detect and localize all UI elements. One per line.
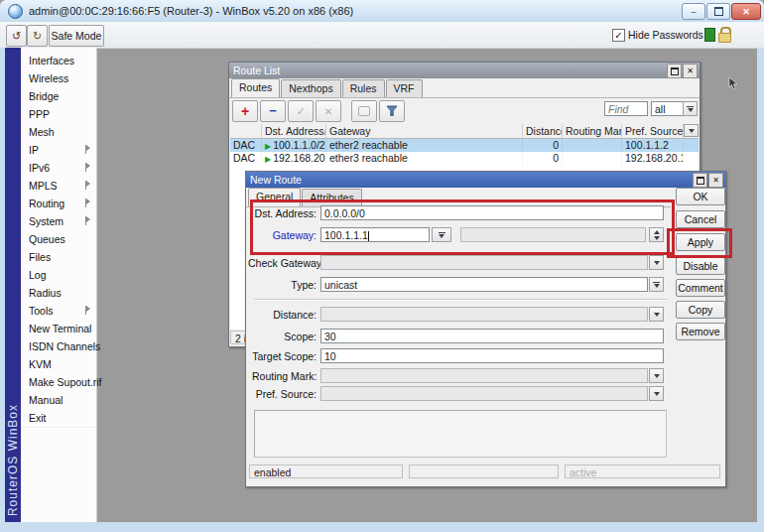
new-route-restore-button[interactable] xyxy=(693,173,707,188)
dropdown-icon xyxy=(654,261,660,265)
disable-route-button[interactable]: ✕ xyxy=(316,100,341,122)
restore-icon xyxy=(697,177,704,185)
sidebar-item-routing[interactable]: Routing xyxy=(21,195,96,213)
column-dst-address[interactable]: Dst. Address/ xyxy=(262,124,326,138)
table-row[interactable]: DAC ▶100.1.1.0/24 ether2 reachable 0 100… xyxy=(230,139,699,152)
sidebar-menu: Interfaces Wireless Bridge PPP Mesh IP I… xyxy=(21,48,97,522)
sidebar-item-ipv6[interactable]: IPv6 xyxy=(21,159,96,178)
maximize-icon xyxy=(714,7,723,16)
route-active-icon: ▶ xyxy=(265,142,271,151)
find-input[interactable] xyxy=(604,101,648,116)
cancel-button[interactable]: Cancel xyxy=(676,210,725,228)
sidebar-item-new-terminal[interactable]: New Terminal xyxy=(21,320,96,338)
filter-funnel-icon xyxy=(386,105,398,117)
column-routing-mark[interactable]: Routing Mark xyxy=(563,124,622,138)
combo-arrow-icon xyxy=(687,106,694,107)
maximize-button[interactable] xyxy=(706,3,730,20)
section-divider xyxy=(254,299,667,301)
tab-vrf[interactable]: VRF xyxy=(386,79,423,97)
safe-mode-button[interactable]: Safe Mode xyxy=(49,25,104,47)
copy-button[interactable]: Copy xyxy=(676,301,725,319)
sidebar-item-bridge[interactable]: Bridge xyxy=(21,87,96,106)
routing-mark-dropdown-button[interactable] xyxy=(649,368,664,383)
sidebar-item-system[interactable]: System xyxy=(21,212,96,231)
undo-icon: ↺ xyxy=(12,30,21,43)
tab-nexthops[interactable]: Nexthops xyxy=(281,79,340,97)
pref-source-dropdown-button[interactable] xyxy=(649,386,664,401)
check-gateway-dropdown-button[interactable] xyxy=(649,255,664,270)
type-field[interactable]: unicast xyxy=(320,277,648,292)
remove-icon: − xyxy=(269,106,277,116)
enable-route-button[interactable]: ✓ xyxy=(288,100,314,122)
filter-scope-dropdown-arrow[interactable] xyxy=(683,101,698,116)
sidebar-item-make-supout[interactable]: Make Supout.rif xyxy=(21,373,96,392)
brand-text: RouterOS WinBox xyxy=(6,404,20,516)
undo-button[interactable]: ↺ xyxy=(6,25,27,47)
sidebar-item-mesh[interactable]: Mesh xyxy=(21,123,96,142)
submenu-arrow-icon xyxy=(81,163,90,173)
close-button[interactable]: ✕ xyxy=(731,3,761,20)
window-border-bottom xyxy=(0,522,764,532)
sidebar-item-files[interactable]: Files xyxy=(21,248,96,267)
route-list-titlebar[interactable]: Route List xyxy=(229,63,700,78)
route-list-restore-button[interactable] xyxy=(667,64,682,78)
new-route-close-button[interactable]: ✕ xyxy=(708,173,723,188)
tab-rules[interactable]: Rules xyxy=(342,79,385,97)
redo-button[interactable]: ↻ xyxy=(27,25,48,47)
sidebar-item-tools[interactable]: Tools xyxy=(21,302,96,321)
ok-button[interactable]: OK xyxy=(676,188,725,205)
window-title: admin@00:0C:29:16:66:F5 (Router-3) - Win… xyxy=(29,5,353,17)
column-gateway[interactable]: Gateway xyxy=(326,124,523,138)
sidebar-item-wireless[interactable]: Wireless xyxy=(21,69,96,88)
sidebar-item-manual[interactable]: Manual xyxy=(21,391,96,410)
sidebar-item-mpls[interactable]: MPLS xyxy=(21,177,96,196)
comment-route-button[interactable] xyxy=(351,100,377,122)
comment-button[interactable]: Comment xyxy=(676,279,725,297)
sidebar-item-log[interactable]: Log xyxy=(21,266,96,285)
sidebar-item-kvm[interactable]: KVM xyxy=(21,355,96,374)
restore-icon xyxy=(671,67,679,75)
winbox-app-icon xyxy=(8,4,23,19)
sidebar-item-interfaces[interactable]: Interfaces xyxy=(21,52,96,70)
column-distance[interactable]: Distance xyxy=(523,124,563,138)
distance-dropdown-button[interactable] xyxy=(649,307,664,322)
route-list-close-button[interactable]: ✕ xyxy=(683,64,698,78)
disable-button[interactable]: Disable xyxy=(676,257,725,275)
filter-button[interactable] xyxy=(379,100,405,122)
column-options-button[interactable] xyxy=(684,124,699,138)
hide-passwords-label: Hide Passwords xyxy=(628,29,703,41)
add-icon: + xyxy=(241,106,249,116)
tab-routes[interactable]: Routes xyxy=(231,78,280,97)
hide-passwords-checkbox[interactable]: ✓ xyxy=(612,29,625,42)
enable-icon: ✓ xyxy=(296,105,305,118)
column-flags[interactable] xyxy=(230,124,262,138)
sidebar-item-radius[interactable]: Radius xyxy=(21,284,96,303)
target-scope-field[interactable]: 10 xyxy=(320,348,664,363)
remove-route-button[interactable]: − xyxy=(260,100,286,122)
minimize-button[interactable]: – xyxy=(682,3,705,20)
dropdown-icon xyxy=(689,129,695,133)
route-enabled-status: enabled xyxy=(249,465,403,478)
check-gateway-label: Check Gateway: xyxy=(248,257,317,269)
new-route-titlebar[interactable]: New Route xyxy=(246,172,725,188)
pref-source-label: Pref. Source: xyxy=(252,388,317,400)
table-row[interactable]: DAC ▶192.168.20.0/... ether3 reachable 0… xyxy=(230,152,699,165)
scope-field[interactable]: 30 xyxy=(320,329,664,343)
column-pref-source[interactable]: Pref. Source xyxy=(622,124,684,138)
lock-icon xyxy=(718,27,731,42)
add-route-button[interactable]: + xyxy=(232,100,258,122)
sidebar-item-ppp[interactable]: PPP xyxy=(21,105,96,124)
remove-button[interactable]: Remove xyxy=(676,323,725,340)
distance-field xyxy=(320,307,648,322)
sidebar-item-isdn-channels[interactable]: ISDN Channels xyxy=(21,337,96,356)
type-dropdown-button[interactable] xyxy=(649,277,664,292)
sidebar-item-ip[interactable]: IP xyxy=(21,141,96,160)
annotation-highlight-apply xyxy=(667,228,732,258)
comment-icon xyxy=(358,106,370,116)
sidebar-item-exit[interactable]: Exit xyxy=(21,409,96,428)
dropdown-icon xyxy=(654,374,660,378)
brand-strip: RouterOS WinBox xyxy=(5,48,21,522)
close-icon: ✕ xyxy=(687,67,694,75)
sidebar-item-queues[interactable]: Queues xyxy=(21,230,96,249)
submenu-arrow-icon xyxy=(81,181,90,191)
